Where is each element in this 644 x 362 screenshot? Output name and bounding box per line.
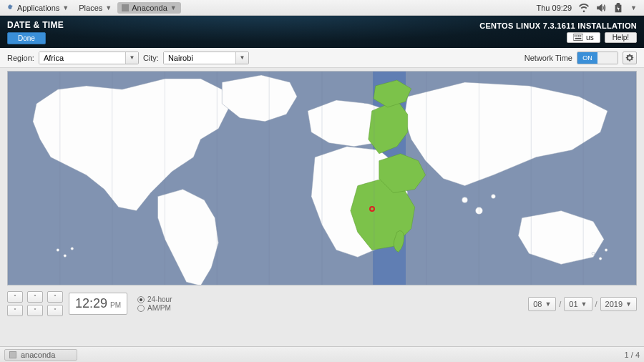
chevron-down-icon: ▼ bbox=[581, 300, 587, 308]
help-button[interactable]: Help! bbox=[605, 32, 637, 43]
map-container bbox=[0, 68, 644, 285]
chevron-down-icon: ▼ bbox=[129, 54, 135, 61]
city-combo[interactable]: ▼ bbox=[163, 52, 249, 64]
chevron-down-icon: ˅ bbox=[34, 308, 36, 314]
month-combo[interactable]: 08 ▼ bbox=[528, 297, 556, 311]
region-input[interactable] bbox=[39, 52, 125, 64]
hour-up-button[interactable]: ˄ bbox=[7, 291, 23, 303]
city-label: City: bbox=[143, 54, 159, 62]
ampm-down-button[interactable]: ˅ bbox=[47, 305, 63, 316]
month-value: 08 bbox=[533, 300, 542, 308]
ampm-stepper: ˄ ˅ bbox=[47, 291, 63, 316]
minute-up-button[interactable]: ˄ bbox=[27, 291, 43, 303]
city-input[interactable] bbox=[164, 52, 235, 64]
location-pin-icon bbox=[369, 206, 375, 212]
header-right: CENTOS LINUX 7.3.1611 INSTALLATION us He… bbox=[479, 21, 637, 43]
ampm-value: PM bbox=[110, 301, 121, 309]
svg-rect-2 bbox=[575, 35, 576, 36]
svg-point-10 bbox=[592, 252, 595, 255]
svg-point-11 bbox=[599, 257, 602, 260]
svg-rect-0 bbox=[122, 4, 129, 11]
chevron-up-icon: ˄ bbox=[14, 294, 16, 300]
radio-unchecked-icon bbox=[137, 305, 145, 312]
gear-icon bbox=[625, 54, 634, 62]
network-time-toggle[interactable]: ON bbox=[577, 52, 618, 64]
year-combo[interactable]: 2019 ▼ bbox=[600, 297, 637, 311]
radio-checked-icon bbox=[137, 296, 145, 303]
foot-icon bbox=[7, 4, 14, 11]
clock-label[interactable]: Thu 09:29 bbox=[537, 4, 572, 12]
svg-point-15 bbox=[491, 195, 495, 199]
date-separator: / bbox=[559, 300, 561, 308]
network-time-label: Network Time bbox=[525, 54, 572, 62]
ntp-settings-button[interactable] bbox=[623, 52, 637, 64]
city-dropdown-button[interactable]: ▼ bbox=[235, 52, 248, 64]
minute-stepper: ˄ ˅ bbox=[27, 291, 43, 316]
panel-item-label: Applications bbox=[17, 4, 59, 12]
svg-point-12 bbox=[605, 248, 608, 251]
battery-icon[interactable] bbox=[613, 3, 623, 13]
places-menu[interactable]: Places ▼ bbox=[74, 2, 116, 14]
svg-rect-6 bbox=[575, 38, 582, 39]
volume-icon[interactable] bbox=[596, 3, 606, 13]
ampm-up-button[interactable]: ˄ bbox=[47, 291, 63, 303]
svg-point-13 bbox=[462, 197, 468, 203]
filter-right-cluster: Network Time ON bbox=[525, 52, 637, 64]
date-selectors: 08 ▼ / 01 ▼ / 2019 ▼ bbox=[528, 297, 637, 311]
chevron-down-icon: ▼ bbox=[62, 4, 69, 11]
format-24h-label: 24-hour bbox=[147, 295, 172, 303]
hour-down-button[interactable]: ˅ bbox=[7, 305, 23, 316]
panel-item-label: Places bbox=[79, 4, 102, 12]
done-button[interactable]: Done bbox=[7, 32, 46, 44]
window-icon bbox=[9, 351, 16, 358]
time-value: 12:29 bbox=[75, 296, 107, 311]
day-combo[interactable]: 01 ▼ bbox=[564, 297, 592, 311]
active-app-menu[interactable]: Anaconda ▼ bbox=[117, 2, 180, 14]
chevron-down-icon: ▼ bbox=[545, 300, 551, 308]
minute-down-button[interactable]: ˅ bbox=[27, 305, 43, 316]
chevron-down-icon: ▼ bbox=[105, 4, 112, 11]
header-tools: us Help! bbox=[567, 32, 637, 43]
taskbar-window-button[interactable]: anaconda bbox=[4, 349, 77, 361]
year-value: 2019 bbox=[605, 300, 623, 308]
applications-menu[interactable]: Applications ▼ bbox=[3, 2, 73, 14]
chevron-down-icon: ▼ bbox=[170, 4, 177, 11]
datetime-controls: ˄ ˅ ˄ ˅ ˄ ˅ 12:29 PM 24-hour AM/PM 08 ▼ … bbox=[0, 285, 644, 322]
panel-right-cluster: Thu 09:29 ▼ bbox=[537, 3, 641, 13]
chevron-down-icon: ▼ bbox=[625, 300, 632, 308]
anaconda-app-icon bbox=[122, 4, 129, 11]
date-separator: / bbox=[595, 300, 597, 308]
chevron-down-icon[interactable]: ▼ bbox=[630, 4, 637, 11]
keyboard-layout-label: us bbox=[586, 34, 594, 41]
network-wifi-icon[interactable] bbox=[579, 3, 589, 13]
hour-stepper: ˄ ˅ bbox=[7, 291, 23, 316]
svg-point-9 bbox=[71, 247, 74, 250]
timezone-map[interactable] bbox=[7, 71, 637, 285]
chevron-up-icon: ˄ bbox=[34, 294, 36, 300]
format-24h-option[interactable]: 24-hour bbox=[137, 295, 172, 303]
taskbar-app-label: anaconda bbox=[21, 351, 55, 359]
toggle-on-label: ON bbox=[577, 52, 597, 64]
time-display: 12:29 PM bbox=[69, 293, 127, 315]
day-value: 01 bbox=[569, 300, 577, 308]
region-label: Region: bbox=[7, 54, 34, 62]
header-left: DATE & TIME Done bbox=[7, 20, 64, 44]
desktop-taskbar: anaconda 1 / 4 bbox=[0, 346, 644, 362]
keyboard-layout-indicator[interactable]: us bbox=[567, 32, 600, 43]
panel-left-cluster: Applications ▼ Places ▼ Anaconda ▼ bbox=[3, 2, 181, 14]
svg-rect-3 bbox=[576, 35, 577, 36]
page-title: DATE & TIME bbox=[7, 20, 64, 30]
format-ampm-label: AM/PM bbox=[147, 304, 171, 312]
region-dropdown-button[interactable]: ▼ bbox=[125, 52, 138, 64]
time-format-options: 24-hour AM/PM bbox=[137, 295, 172, 312]
workspace-pager[interactable]: 1 / 4 bbox=[625, 351, 640, 359]
svg-point-8 bbox=[64, 254, 67, 257]
world-map-svg bbox=[8, 72, 636, 285]
region-combo[interactable]: ▼ bbox=[39, 52, 139, 64]
panel-item-label: Anaconda bbox=[132, 4, 167, 12]
keyboard-icon bbox=[573, 34, 583, 41]
svg-rect-1 bbox=[573, 34, 583, 41]
format-ampm-option[interactable]: AM/PM bbox=[137, 304, 172, 312]
chevron-down-icon: ▼ bbox=[239, 54, 245, 61]
anaconda-header: DATE & TIME Done CENTOS LINUX 7.3.1611 I… bbox=[0, 16, 644, 48]
